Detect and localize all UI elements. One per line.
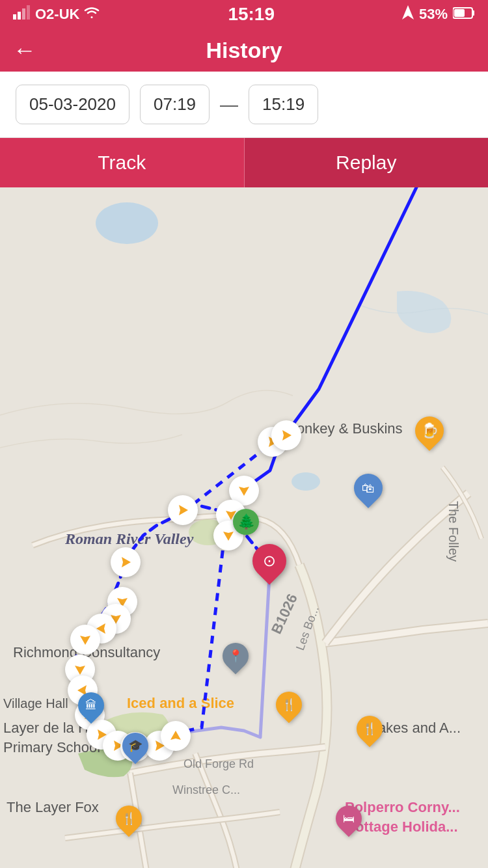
status-time: 15:19: [228, 4, 275, 25]
carrier-name: O2-UK: [35, 6, 79, 23]
svg-text:Layer de la Haye: Layer de la Haye: [3, 720, 111, 736]
svg-text:Iced and a Slice: Iced and a Slice: [127, 695, 234, 711]
tab-replay[interactable]: Replay: [245, 138, 489, 187]
svg-text:Roman River Valley: Roman River Valley: [64, 530, 194, 547]
svg-marker-4: [402, 5, 414, 20]
svg-rect-7: [454, 9, 465, 17]
poi-school: 🎓: [122, 733, 148, 759]
poi-village-hall: 🏛: [78, 692, 104, 718]
svg-point-9: [96, 202, 158, 244]
wifi-icon: [83, 6, 100, 23]
svg-text:Donkey & Buskins: Donkey & Buskins: [286, 420, 403, 437]
svg-point-11: [189, 519, 228, 545]
map-view[interactable]: B1026 The Folley Roman River Valley Les …: [0, 187, 488, 868]
poi-polperro: 🛏: [336, 806, 362, 832]
back-button[interactable]: ←: [13, 36, 36, 64]
date-picker[interactable]: 05-03-2020: [16, 85, 129, 124]
destination-marker: ⊙: [252, 544, 286, 578]
poi-cakes: 🍴: [357, 716, 383, 742]
svg-rect-3: [27, 5, 30, 20]
location-icon: [402, 5, 414, 23]
poi-richmond: 📍: [223, 643, 249, 669]
svg-text:Village Hall: Village Hall: [3, 696, 68, 711]
status-bar: O2-UK 15:19 53%: [0, 0, 488, 29]
poi-shopping: 🛍: [354, 474, 383, 502]
tab-track[interactable]: Track: [0, 138, 245, 187]
svg-text:Polperro Corny...: Polperro Corny...: [345, 799, 460, 815]
svg-text:The Layer Fox: The Layer Fox: [7, 799, 99, 815]
poi-park: 🌲: [233, 509, 259, 535]
svg-point-10: [291, 472, 320, 491]
svg-text:Old Forge Rd: Old Forge Rd: [183, 757, 254, 770]
status-right: 53%: [402, 5, 475, 23]
start-time-picker[interactable]: 07:19: [140, 85, 210, 124]
svg-text:Winstree C...: Winstree C...: [172, 783, 240, 796]
battery-percent: 53%: [419, 6, 448, 23]
svg-text:The Folley: The Folley: [446, 501, 461, 562]
status-left: O2-UK: [13, 5, 100, 23]
svg-rect-2: [22, 8, 25, 20]
poi-iced-slice: 🍴: [276, 692, 302, 718]
header: ← History: [0, 29, 488, 72]
svg-text:Primary School: Primary School: [3, 739, 100, 755]
datetime-bar: 05-03-2020 07:19 — 15:19: [0, 72, 488, 138]
svg-rect-6: [472, 10, 474, 16]
svg-text:Richmond Consultancy: Richmond Consultancy: [13, 644, 160, 660]
page-title: History: [206, 38, 282, 63]
poi-layer-fox: 🍴: [116, 806, 142, 832]
svg-rect-0: [13, 14, 16, 20]
battery-icon: [453, 6, 475, 23]
time-dash: —: [220, 94, 238, 115]
end-time-picker[interactable]: 15:19: [249, 85, 318, 124]
poi-donkey-buskins: 🍺: [415, 416, 444, 445]
svg-rect-1: [18, 12, 21, 20]
signal-icon: [13, 5, 31, 23]
tab-bar: Track Replay: [0, 138, 488, 187]
